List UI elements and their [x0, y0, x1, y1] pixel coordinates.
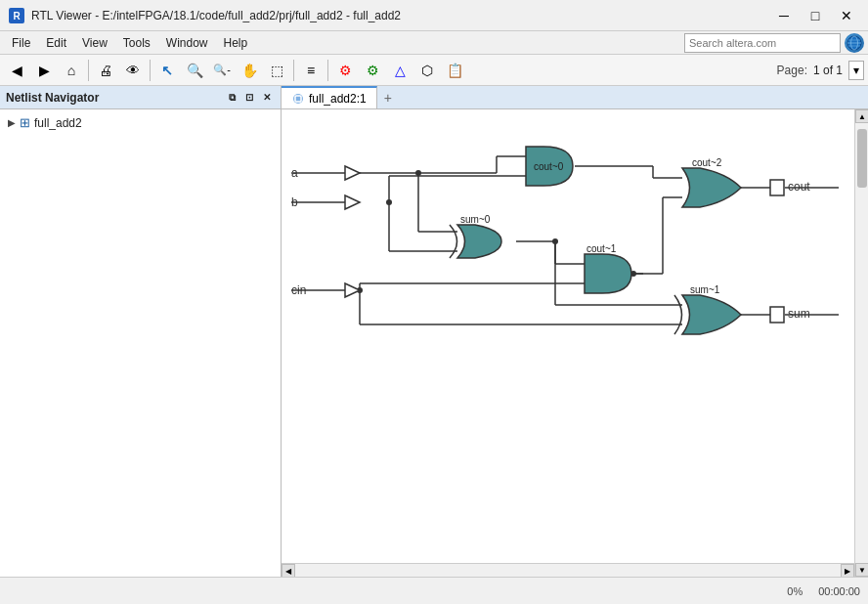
scroll-down-button[interactable]: ▼ [855, 563, 868, 577]
toolbar: ◀ ▶ ⌂ 🖨 👁 ↖ 🔍 🔍- ✋ ⬚ ≡ ⚙ ⚙ △ ⬡ 📋 Page: 1… [0, 55, 868, 86]
horizontal-scrollbar[interactable]: ◀ ▶ [282, 563, 854, 577]
tab-label: full_add2:1 [309, 92, 367, 106]
status-bar: 0% 00:00:00 [0, 577, 868, 604]
svg-text:cout~0: cout~0 [534, 161, 564, 172]
app-icon: R [8, 7, 25, 24]
toolbar-separator-2 [150, 60, 151, 81]
svg-point-44 [386, 199, 392, 205]
tb-marquee-button[interactable]: ⬚ [264, 58, 289, 83]
canvas-area: full_add2:1 + [282, 86, 868, 577]
menu-edit[interactable]: Edit [38, 34, 74, 52]
svg-point-46 [552, 238, 558, 244]
svg-marker-48 [345, 166, 360, 180]
tb-netlist-button[interactable]: ≡ [298, 58, 324, 83]
sidebar: Netlist Navigator ⧉ ⊡ ✕ ▶ ⊞ full_add2 [0, 86, 282, 577]
menu-view[interactable]: View [74, 34, 115, 52]
tb-color3-button[interactable]: △ [387, 58, 412, 83]
svg-marker-50 [345, 195, 360, 209]
sidebar-title: Netlist Navigator [6, 91, 99, 105]
svg-text:a: a [291, 166, 298, 180]
tb-zoom-in-button[interactable]: 🔍 [182, 58, 207, 83]
status-time: 00:00:00 [818, 585, 860, 597]
maximize-button[interactable]: □ [802, 5, 829, 26]
svg-text:sum~0: sum~0 [460, 214, 491, 225]
vertical-scrollbar[interactable]: ▲ ▼ [854, 109, 868, 577]
tree-module-icon: ⊞ [20, 115, 30, 130]
scroll-track-h [295, 564, 841, 577]
window-controls: ─ □ ✕ [770, 5, 860, 26]
svg-text:cout~2: cout~2 [692, 157, 722, 168]
menu-file[interactable]: File [4, 34, 38, 52]
sidebar-header: Netlist Navigator ⧉ ⊡ ✕ [0, 86, 281, 109]
close-button[interactable]: ✕ [833, 5, 860, 26]
menu-window[interactable]: Window [158, 34, 216, 52]
scroll-track-v [855, 123, 868, 577]
rtl-diagram-svg: a b cin cout~0 sum~0 [291, 119, 839, 530]
tb-zoom-out-button[interactable]: 🔍- [209, 58, 235, 83]
sidebar-undock-button[interactable]: ⊡ [241, 90, 257, 106]
tb-select-button[interactable]: ↖ [154, 58, 180, 83]
svg-text:R: R [13, 11, 21, 22]
tb-color2-button[interactable]: ⚙ [360, 58, 385, 83]
tab-icon [291, 92, 305, 106]
scroll-thumb-v[interactable] [857, 129, 867, 188]
svg-text:cin: cin [291, 283, 306, 297]
scroll-up-button[interactable]: ▲ [855, 109, 868, 123]
main-area: Netlist Navigator ⧉ ⊡ ✕ ▶ ⊞ full_add2 [0, 86, 868, 577]
svg-marker-52 [345, 283, 360, 297]
page-label: Page: [777, 64, 807, 77]
tree-item-full-add2[interactable]: ▶ ⊞ full_add2 [4, 113, 277, 132]
svg-text:sum: sum [788, 307, 810, 321]
sidebar-close-button[interactable]: ✕ [259, 90, 275, 106]
tab-full-add2[interactable]: full_add2:1 [282, 86, 377, 108]
minimize-button[interactable]: ─ [770, 5, 798, 26]
svg-text:b: b [291, 195, 298, 209]
svg-text:cout: cout [788, 180, 810, 194]
window-title: RTL Viewer - E:/intelFPGA/18.1/code/full… [31, 9, 770, 22]
page-value: 1 of 1 [813, 64, 843, 77]
tb-pan-button[interactable]: ✋ [237, 58, 262, 83]
sidebar-controls: ⧉ ⊡ ✕ [224, 90, 275, 106]
toolbar-separator-4 [327, 60, 328, 81]
tree-item-label: full_add2 [34, 116, 82, 130]
svg-rect-59 [770, 180, 784, 195]
scroll-left-button[interactable]: ◀ [282, 564, 295, 577]
tb-print-button[interactable]: 🖨 [93, 58, 118, 83]
svg-rect-61 [770, 307, 784, 323]
page-dropdown[interactable]: ▾ [848, 61, 864, 80]
sidebar-content: ▶ ⊞ full_add2 [0, 109, 281, 577]
status-coords: 0% [787, 585, 803, 597]
tree-expand-icon: ▶ [8, 117, 16, 128]
tb-back-button[interactable]: ◀ [4, 58, 29, 83]
toolbar-separator-3 [293, 60, 294, 81]
tb-color1-button[interactable]: ⚙ [332, 58, 358, 83]
search-input[interactable] [684, 33, 841, 53]
tb-home-button[interactable]: ⌂ [59, 58, 84, 83]
scroll-right-button[interactable]: ▶ [841, 564, 854, 577]
search-area [684, 33, 864, 53]
svg-text:cout~1: cout~1 [586, 243, 617, 254]
menu-help[interactable]: Help [216, 34, 256, 52]
svg-text:sum~1: sum~1 [690, 284, 720, 295]
tab-bar: full_add2:1 + [282, 86, 868, 109]
sidebar-float-button[interactable]: ⧉ [224, 90, 239, 106]
tb-forward-button[interactable]: ▶ [31, 58, 57, 83]
rtl-diagram-canvas[interactable]: a b cin cout~0 sum~0 [282, 109, 868, 577]
menu-bar: File Edit View Tools Window Help [0, 31, 868, 55]
menu-tools[interactable]: Tools [115, 34, 158, 52]
svg-point-43 [415, 170, 421, 176]
search-globe-icon[interactable] [845, 33, 864, 53]
title-bar: R RTL Viewer - E:/intelFPGA/18.1/code/fu… [0, 0, 868, 31]
tab-add-button[interactable]: + [377, 87, 399, 108]
tb-color4-button[interactable]: ⬡ [414, 58, 440, 83]
tb-zoom-fit-button[interactable]: 👁 [120, 58, 146, 83]
tb-color5-button[interactable]: 📋 [442, 58, 467, 83]
page-info: Page: 1 of 1 ▾ [777, 61, 864, 80]
toolbar-separator-1 [88, 60, 89, 81]
